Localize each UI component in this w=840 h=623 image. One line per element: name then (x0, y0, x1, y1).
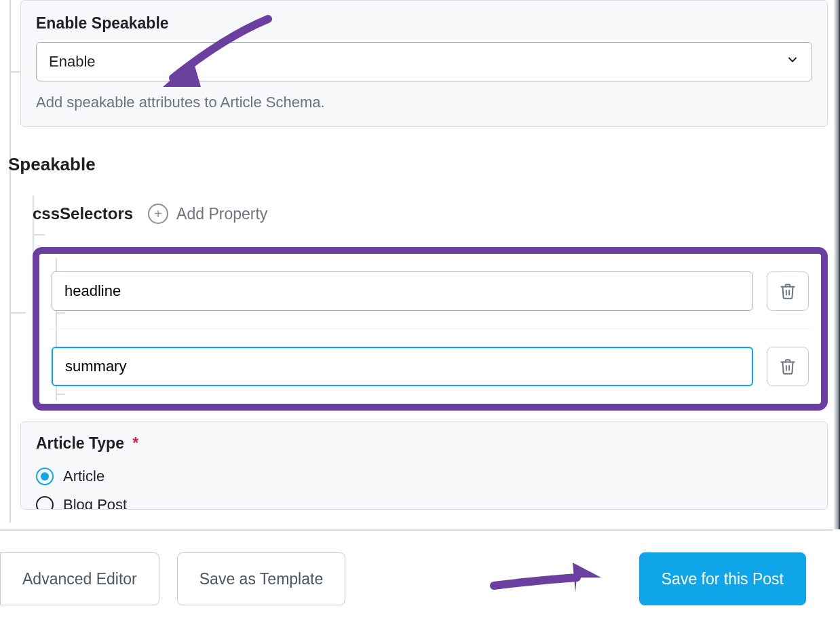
css-selector-input[interactable] (52, 347, 753, 386)
css-selectors-label: cssSelectors (33, 204, 133, 223)
enable-speakable-hint: Add speakable attributes to Article Sche… (36, 94, 812, 111)
footer-bar: Advanced Editor Save as Template Save fo… (0, 529, 833, 623)
window-edge-shadow (833, 0, 840, 529)
article-type-option-label: Article (63, 468, 104, 485)
save-for-this-post-label: Save for this Post (662, 570, 784, 588)
trash-icon (779, 358, 797, 375)
delete-selector-button[interactable] (767, 347, 809, 386)
advanced-editor-label: Advanced Editor (22, 570, 137, 588)
save-as-template-label: Save as Template (199, 570, 323, 588)
required-star: * (132, 434, 138, 452)
speakable-section-title: Speakable (8, 154, 828, 175)
trash-icon (779, 282, 797, 300)
article-type-option[interactable]: Article (36, 462, 812, 491)
radio-icon (36, 496, 54, 510)
article-type-option-label: Blog Post (63, 496, 127, 510)
article-type-panel: Article Type * ArticleBlog Post (20, 421, 828, 510)
article-type-option[interactable]: Blog Post (36, 491, 812, 510)
save-for-this-post-button[interactable]: Save for this Post (639, 552, 806, 605)
add-property-label: Add Property (176, 205, 267, 223)
enable-speakable-label: Enable Speakable (36, 14, 812, 33)
save-as-template-button[interactable]: Save as Template (177, 552, 345, 605)
enable-speakable-panel: Enable Speakable Enable Add speakable at… (20, 0, 828, 127)
enable-speakable-select[interactable]: Enable (36, 42, 812, 81)
advanced-editor-button[interactable]: Advanced Editor (0, 552, 159, 605)
article-type-label-text: Article Type (36, 434, 124, 452)
delete-selector-button[interactable] (767, 271, 809, 311)
plus-icon: + (148, 204, 168, 224)
enable-speakable-select-value: Enable (49, 53, 96, 71)
css-selector-input[interactable] (52, 271, 753, 311)
css-selector-row (50, 328, 810, 392)
chevron-down-icon (786, 53, 799, 71)
article-type-label: Article Type * (36, 434, 812, 453)
css-selector-row (50, 266, 810, 316)
radio-icon (36, 468, 54, 485)
css-selectors-highlight (33, 247, 828, 411)
add-property-button[interactable]: + Add Property (148, 204, 267, 224)
